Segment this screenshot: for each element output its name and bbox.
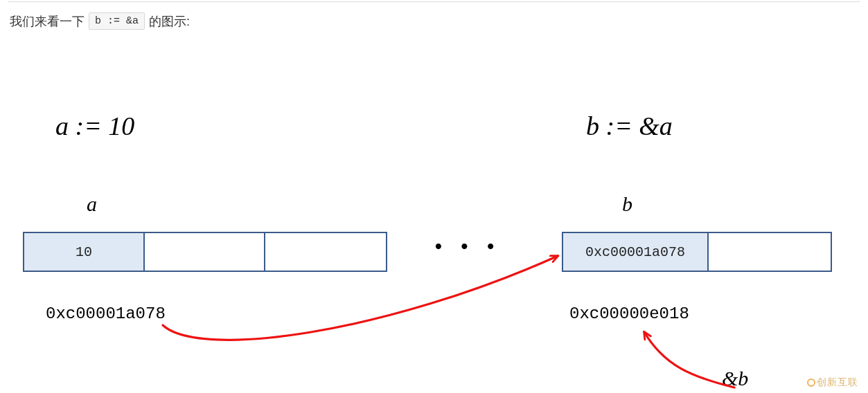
address-b: 0xc00000e018 [569,304,689,323]
var-label-a: a [87,192,97,216]
amp-b-label: &b [722,367,748,390]
arrows-layer [0,0,868,393]
arrow-ampb-to-addr [644,332,734,387]
mem-cell-a2 [265,233,386,271]
memory-row-a: 10 [23,232,387,272]
mem-cell-b0: 0xc00001a078 [563,233,709,271]
mem-cell-a1 [145,233,265,271]
declaration-b: b := &a [586,111,673,141]
var-label-b: b [622,192,632,216]
watermark-icon [807,378,815,387]
ellipsis: • • • [435,235,501,257]
watermark-text: 创新互联 [817,376,858,387]
address-a: 0xc00001a078 [46,304,166,323]
watermark: 创新互联 [807,376,858,389]
declaration-a: a := 10 [55,111,134,141]
mem-cell-b1 [709,233,831,271]
memory-row-b: 0xc00001a078 [562,232,832,272]
mem-cell-a0: 10 [24,233,145,271]
pointer-diagram: a := 10 b := &a a b 10 • • • 0xc00001a07… [0,0,868,393]
